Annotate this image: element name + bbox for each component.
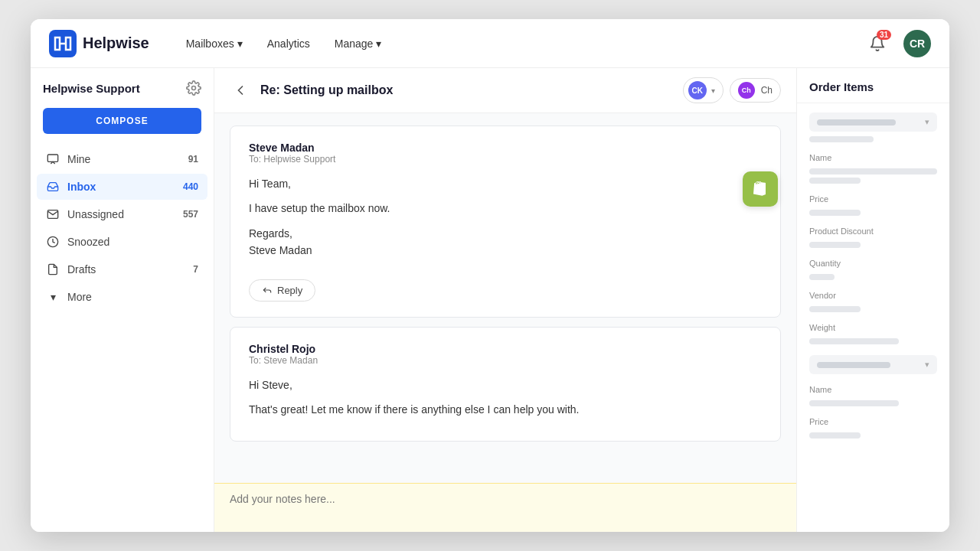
- sidebar-item-mine[interactable]: Mine 91: [37, 146, 207, 172]
- sidebar-item-drafts-count: 7: [193, 264, 198, 275]
- sidebar-item-snoozed[interactable]: Snoozed: [37, 229, 207, 255]
- field-label-name-2: Name: [809, 385, 937, 394]
- note-input[interactable]: [230, 493, 781, 520]
- panel-dropdown-2[interactable]: ▾: [809, 355, 937, 374]
- assignee-group: CK ▾ Ch Ch: [683, 77, 781, 103]
- svg-point-1: [192, 86, 196, 90]
- chevron-down-icon: ▾: [237, 37, 243, 50]
- thread-title: Re: Setting up mailbox: [260, 83, 674, 97]
- panel-field-product-discount: Product Discount: [809, 227, 937, 248]
- sidebar-header: Helpwise Support: [31, 68, 214, 102]
- settings-icon[interactable]: [186, 80, 201, 96]
- thread-header: Re: Setting up mailbox CK ▾ Ch Ch: [214, 68, 796, 113]
- channel-avatar: Ch: [738, 82, 755, 99]
- message-card: Steve Madan To: Helpwise Support Hi Team…: [230, 126, 781, 318]
- field-label-vendor: Vendor: [809, 291, 937, 300]
- nav-links: Mailboxes ▾ Analytics Manage ▾: [186, 34, 864, 53]
- logo-text: Helpwise: [83, 34, 149, 52]
- sidebar-nav: Mine 91 Inbox 440 Unassigned: [31, 146, 214, 310]
- field-label-product-discount: Product Discount: [809, 227, 937, 236]
- avatar[interactable]: CR: [903, 30, 931, 57]
- nav-right: 31 CR: [864, 30, 931, 57]
- notifications-button[interactable]: 31: [864, 30, 891, 57]
- field-label-quantity: Quantity: [809, 259, 937, 268]
- sidebar-item-inbox-label: Inbox: [67, 181, 175, 193]
- sidebar-item-drafts[interactable]: Drafts 7: [37, 256, 207, 282]
- channel-label: Ch: [761, 85, 773, 96]
- channel-chip[interactable]: Ch Ch: [730, 78, 781, 103]
- file-icon: [46, 262, 60, 276]
- panel-field-name: Name: [809, 153, 937, 184]
- sidebar-item-mine-count: 91: [188, 154, 198, 165]
- shopify-icon: [751, 180, 769, 198]
- thread-body: Steve Madan To: Helpwise Support Hi Team…: [214, 113, 796, 483]
- app-window: Helpwise Mailboxes ▾ Analytics Manage ▾ …: [31, 19, 949, 532]
- sidebar-item-more[interactable]: ▾ More: [37, 284, 207, 310]
- sidebar-item-unassigned[interactable]: Unassigned 557: [37, 201, 207, 227]
- chevron-down-icon: ▾: [46, 290, 60, 304]
- field-label-price: Price: [809, 194, 937, 204]
- sidebar-item-mine-label: Mine: [67, 153, 181, 165]
- right-panel: Order Items ▾ Name Price: [796, 68, 949, 532]
- sidebar-item-unassigned-label: Unassigned: [67, 208, 175, 220]
- assignee-chip[interactable]: CK ▾: [683, 77, 724, 103]
- compose-button[interactable]: COMPOSE: [43, 108, 201, 134]
- sidebar-item-drafts-label: Drafts: [67, 263, 185, 276]
- panel-body: ▾ Name Price Product Discount: [797, 103, 949, 448]
- field-label-name: Name: [809, 153, 937, 162]
- panel-title: Order Items: [797, 68, 949, 103]
- message-to: To: Helpwise Support: [249, 154, 762, 165]
- message-sender-2: Christel Rojo: [249, 343, 762, 355]
- notification-badge: 31: [877, 30, 891, 40]
- back-button[interactable]: [230, 80, 251, 101]
- inbox-icon: [46, 180, 60, 194]
- sidebar: Helpwise Support COMPOSE Mine 91: [31, 68, 214, 532]
- sidebar-item-more-label: More: [67, 291, 198, 303]
- mailboxes-nav[interactable]: Mailboxes ▾: [186, 34, 243, 53]
- reply-icon: [262, 285, 273, 295]
- sidebar-item-inbox[interactable]: Inbox 440: [37, 174, 207, 200]
- message-card-2: Christel Rojo To: Steve Madan Hi Steve, …: [230, 327, 781, 442]
- panel-field-weight: Weight: [809, 323, 937, 344]
- sidebar-item-snoozed-label: Snoozed: [67, 236, 191, 248]
- clock-icon: [46, 235, 60, 249]
- chevron-down-icon: ▾: [376, 37, 381, 50]
- note-area: [214, 483, 796, 532]
- panel-dropdown-1[interactable]: ▾: [809, 112, 937, 132]
- logo: Helpwise: [49, 30, 149, 57]
- helpwise-logo-icon: [49, 30, 77, 57]
- sidebar-item-inbox-count: 440: [183, 181, 198, 192]
- message-body-2: Hi Steve, That's great! Let me know if t…: [249, 377, 762, 419]
- field-label-weight: Weight: [809, 323, 937, 332]
- mail-icon: [46, 207, 60, 221]
- chevron-icon: ▾: [925, 117, 929, 127]
- message-sender: Steve Madan: [249, 142, 762, 154]
- thread-content: Re: Setting up mailbox CK ▾ Ch Ch: [214, 68, 796, 532]
- assignee-chevron-icon: ▾: [711, 86, 715, 95]
- panel-field-vendor: Vendor: [809, 291, 937, 312]
- reply-button[interactable]: Reply: [249, 279, 315, 302]
- manage-nav[interactable]: Manage ▾: [335, 34, 382, 53]
- message-body: Hi Team, I have setup the mailbox now. R…: [249, 175, 762, 259]
- shopify-badge[interactable]: [743, 171, 778, 207]
- monitor-icon: [46, 152, 60, 166]
- message-to-2: To: Steve Madan: [249, 355, 762, 366]
- workspace-name: Helpwise Support: [43, 82, 140, 95]
- panel-field-quantity: Quantity: [809, 259, 937, 280]
- assignee-avatar: CK: [688, 81, 707, 99]
- sidebar-item-unassigned-count: 557: [183, 209, 198, 220]
- svg-rect-2: [47, 155, 57, 161]
- field-label-price-2: Price: [809, 417, 937, 426]
- chevron-icon-2: ▾: [925, 360, 929, 370]
- top-navigation: Helpwise Mailboxes ▾ Analytics Manage ▾ …: [31, 19, 949, 68]
- panel-field-price: Price: [809, 194, 937, 216]
- main-layout: Helpwise Support COMPOSE Mine 91: [31, 68, 949, 532]
- analytics-nav[interactable]: Analytics: [267, 34, 310, 53]
- panel-field-price-2: Price: [809, 417, 937, 439]
- panel-field-name-2: Name: [809, 385, 937, 406]
